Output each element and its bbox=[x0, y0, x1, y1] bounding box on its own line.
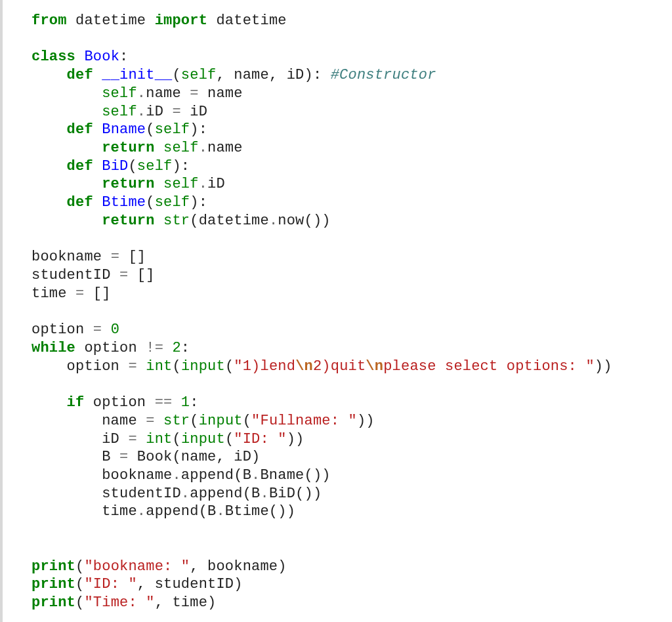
code-token: iD bbox=[32, 431, 128, 447]
code-token: Book(name, iD) bbox=[128, 449, 260, 465]
code-token bbox=[155, 213, 163, 229]
code-token: = bbox=[146, 413, 154, 429]
code-token: BiD bbox=[102, 158, 128, 175]
code-token: option bbox=[32, 358, 128, 375]
code-token bbox=[32, 158, 67, 175]
code-token: . bbox=[199, 176, 207, 192]
code-token bbox=[32, 85, 102, 102]
code-token: self bbox=[155, 194, 190, 211]
code-line: self.iD = iD bbox=[32, 104, 207, 120]
code-token bbox=[93, 158, 102, 175]
code-token bbox=[32, 376, 67, 392]
code-line: self.name = name bbox=[32, 85, 243, 102]
code-token: . bbox=[251, 467, 260, 484]
code-token: 1 bbox=[181, 394, 190, 411]
code-token: "ID: " bbox=[234, 431, 286, 447]
code-token: )) bbox=[595, 358, 612, 375]
code-token: studentID bbox=[32, 267, 119, 283]
code-token: \n bbox=[295, 358, 313, 375]
code-token: = bbox=[119, 449, 128, 465]
code-line bbox=[32, 522, 102, 538]
code-token: self bbox=[102, 104, 137, 120]
code-token: 2 bbox=[172, 340, 180, 356]
code-token: print bbox=[32, 576, 75, 592]
code-token bbox=[32, 140, 102, 156]
code-token bbox=[155, 140, 163, 156]
code-token: #Constructor bbox=[331, 67, 436, 83]
code-token: def bbox=[67, 121, 93, 138]
code-token: != bbox=[146, 340, 163, 356]
code-line: if option == 1: bbox=[32, 394, 199, 411]
code-line: return str(datetime.now()) bbox=[32, 213, 331, 229]
code-token: input bbox=[199, 413, 243, 429]
code-token: 0 bbox=[111, 321, 119, 338]
code-token: return bbox=[102, 140, 154, 156]
code-token: "Fullname: " bbox=[251, 413, 357, 429]
code-token: name bbox=[199, 85, 243, 102]
code-token: = bbox=[128, 431, 136, 447]
code-token: [] bbox=[119, 249, 146, 265]
code-line: name = str(input("Fullname: ")) bbox=[32, 413, 375, 429]
code-token: , studentID) bbox=[137, 576, 243, 592]
code-token: str bbox=[163, 413, 190, 429]
code-token bbox=[75, 49, 84, 65]
code-token: ( bbox=[225, 431, 234, 447]
code-token bbox=[102, 321, 110, 338]
code-token: studentID bbox=[32, 486, 181, 502]
code-token: "1)lend bbox=[234, 358, 295, 375]
code-token: import bbox=[155, 12, 207, 29]
code-token: ( bbox=[243, 413, 251, 429]
code-token: ( bbox=[225, 358, 234, 375]
code-token: ( bbox=[172, 67, 180, 83]
code-token: if bbox=[67, 394, 85, 411]
code-token: = bbox=[128, 358, 136, 375]
code-token: [] bbox=[84, 285, 110, 302]
code-token: print bbox=[32, 594, 75, 611]
code-token: 2)quit bbox=[313, 358, 366, 375]
code-token bbox=[32, 540, 102, 556]
code-block: from datetime import datetime class Book… bbox=[0, 0, 672, 622]
code-token: . bbox=[199, 140, 207, 156]
code-token: )) bbox=[357, 413, 375, 429]
code-token bbox=[172, 394, 180, 411]
code-line bbox=[32, 376, 67, 392]
code-token: append(B bbox=[190, 486, 260, 502]
code-token bbox=[32, 194, 67, 211]
code-line: studentID.append(B.BiD()) bbox=[32, 486, 322, 502]
code-token: ( bbox=[75, 576, 84, 592]
code-token bbox=[93, 194, 102, 211]
code-token: = bbox=[190, 85, 198, 102]
code-token: . bbox=[172, 467, 180, 484]
code-line: print("ID: ", studentID) bbox=[32, 576, 243, 592]
code-token bbox=[137, 431, 146, 447]
code-token: return bbox=[102, 213, 154, 229]
code-token: Book bbox=[84, 49, 119, 65]
code-token: name bbox=[32, 413, 146, 429]
code-token bbox=[93, 67, 102, 83]
code-token bbox=[137, 358, 146, 375]
code-token: \n bbox=[366, 358, 383, 375]
code-token: self bbox=[137, 158, 173, 175]
code-token: iD bbox=[181, 104, 207, 120]
code-token: time bbox=[32, 503, 137, 520]
code-token: BiD()) bbox=[269, 486, 322, 502]
code-token: time bbox=[32, 285, 75, 302]
code-token: name bbox=[207, 140, 243, 156]
code-token: . bbox=[137, 85, 146, 102]
code-line: def __init__(self, name, iD): #Construct… bbox=[32, 67, 436, 83]
code-token: now()) bbox=[278, 213, 330, 229]
code-token: == bbox=[155, 394, 173, 411]
code-token: Bname bbox=[102, 121, 146, 138]
code-token bbox=[93, 121, 102, 138]
code-token: ( bbox=[75, 594, 84, 611]
code-line: bookname.append(B.Bname()) bbox=[32, 467, 331, 484]
code-line: def Btime(self): bbox=[32, 194, 207, 211]
code-token bbox=[32, 394, 67, 411]
code-token: . bbox=[181, 486, 190, 502]
code-token: iD bbox=[146, 104, 172, 120]
code-token bbox=[155, 413, 163, 429]
code-token: def bbox=[67, 158, 93, 175]
code-line: def Bname(self): bbox=[32, 121, 207, 138]
code-token: Btime()) bbox=[225, 503, 295, 520]
code-token: )) bbox=[287, 431, 304, 447]
